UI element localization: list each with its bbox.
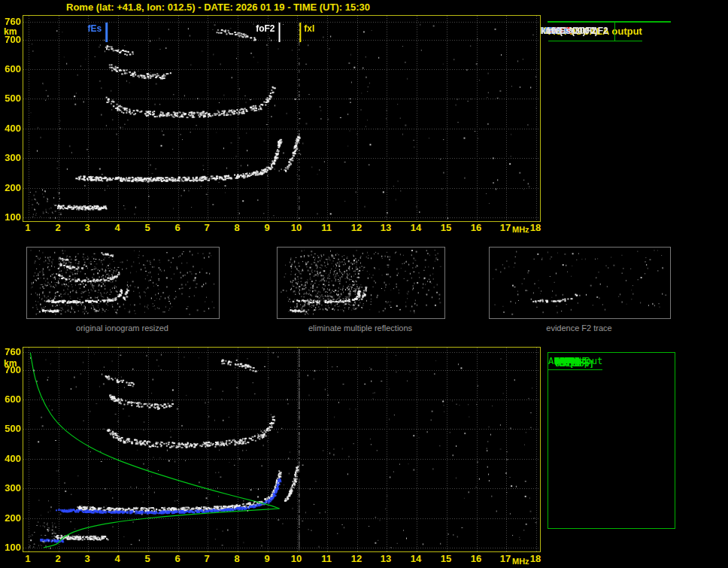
y-tick-label: 400 <box>1 453 21 464</box>
x-tick-label: 8 <box>229 222 245 233</box>
y-tick-label: 500 <box>1 423 21 434</box>
aip-unit: TECU <box>554 359 592 369</box>
x-tick-label: 4 <box>109 553 126 564</box>
x-tick-label: 16 <box>468 553 484 564</box>
x-tick-label: 13 <box>378 553 394 564</box>
top-ionogram-canvas <box>23 16 540 221</box>
thumbnail-caption-original: original ionogram resized <box>26 323 218 333</box>
thumbnail-eliminate-canvas <box>278 248 443 317</box>
y-tick-label: 500 <box>1 93 21 104</box>
autoscala-value-unit: km <box>541 22 560 41</box>
bottom-ionogram-canvas <box>23 348 540 551</box>
x-tick-label: 7 <box>199 222 215 233</box>
page-title: Rome (lat: +41.8, lon: 012.5) - DATE: 20… <box>66 2 370 13</box>
x-tick-label: 18 <box>527 553 544 564</box>
y-tick-label: 400 <box>1 123 21 134</box>
autoscala-output-table: AUTOSCALA output foF29.4MHzMUF(3000)F235… <box>548 21 671 23</box>
thumbnail-caption-f2: evidence F2 trace <box>489 323 669 333</box>
y-tick-label: 100 <box>1 211 21 223</box>
top-ionogram-plot <box>23 15 541 222</box>
x-tick-label: 11 <box>318 553 335 564</box>
thumbnail-f2-canvas <box>490 248 669 317</box>
thumbnail-original-canvas <box>27 248 217 317</box>
x-tick-label: 9 <box>259 222 275 233</box>
x-tick-label: 3 <box>79 222 96 233</box>
x-tick-label: 7 <box>199 553 215 564</box>
thumbnail-original-ionogram <box>26 247 220 319</box>
x-tick-label: 15 <box>438 553 454 564</box>
y-tick-label: 760 <box>1 346 21 357</box>
x-tick-label: 15 <box>438 222 454 233</box>
y-tick-label: 200 <box>1 182 21 193</box>
x-tick-label: 2 <box>50 222 66 233</box>
y-tick-label: 300 <box>1 482 21 494</box>
y-tick-label: 200 <box>1 512 21 524</box>
x-tick-label: 10 <box>288 222 305 233</box>
x-tick-label: 8 <box>229 553 245 564</box>
x-tick-label: 3 <box>79 553 96 564</box>
x-tick-label: 5 <box>139 222 156 233</box>
x-tick-label: 9 <box>259 553 275 564</box>
x-tick-label: 13 <box>378 222 394 233</box>
x-tick-label: 1 <box>20 553 36 564</box>
marker-label-fEs: fEs <box>88 23 102 34</box>
bottom-ionogram-plot <box>23 347 541 552</box>
thumbnail-eliminate-reflections <box>277 247 445 319</box>
aip-row-TEC[Top]: TEC[Top]010.3TECU <box>548 359 554 369</box>
x-tick-label: 5 <box>139 553 156 564</box>
x-tick-label: 12 <box>348 222 365 233</box>
x-tick-label: 6 <box>169 222 186 233</box>
x-tick-label: 2 <box>50 553 66 564</box>
marker-label-fxI: fxI <box>304 23 314 34</box>
y-tick-label: 700 <box>1 34 21 45</box>
x-tick-label: 6 <box>169 553 186 564</box>
y-tick-label: 600 <box>1 63 21 74</box>
y-tick-label: 100 <box>1 542 21 553</box>
x-tick-label: 4 <box>109 222 126 233</box>
x-tick-label: 16 <box>468 222 484 233</box>
x-tick-label: 10 <box>288 553 305 564</box>
y-tick-label: 300 <box>1 152 21 163</box>
x-tick-label: 11 <box>318 222 335 233</box>
y-tick-label: 600 <box>1 393 21 405</box>
x-tick-label: 17 <box>497 222 514 233</box>
x-tick-label: 14 <box>408 553 424 564</box>
x-tick-label: 18 <box>527 222 544 233</box>
autoscala-window: Rome (lat: +41.8, lon: 012.5) - DATE: 20… <box>0 0 728 568</box>
marker-label-foF2: foF2 <box>256 23 275 34</box>
aip-output-table: AIP output hmF2232kmfoF209.4MHzfoF100.0M… <box>548 352 675 529</box>
x-tick-label: 1 <box>20 222 36 233</box>
x-tick-label: 12 <box>348 553 365 564</box>
x-tick-label: 14 <box>408 222 424 233</box>
x-tick-label: 17 <box>497 553 514 564</box>
thumbnail-f2-evidence <box>489 247 671 319</box>
y-tick-label: 760 <box>1 16 21 27</box>
thumbnail-caption-eliminate: eliminate multiple reflections <box>277 323 444 333</box>
y-tick-label: 700 <box>1 364 21 375</box>
